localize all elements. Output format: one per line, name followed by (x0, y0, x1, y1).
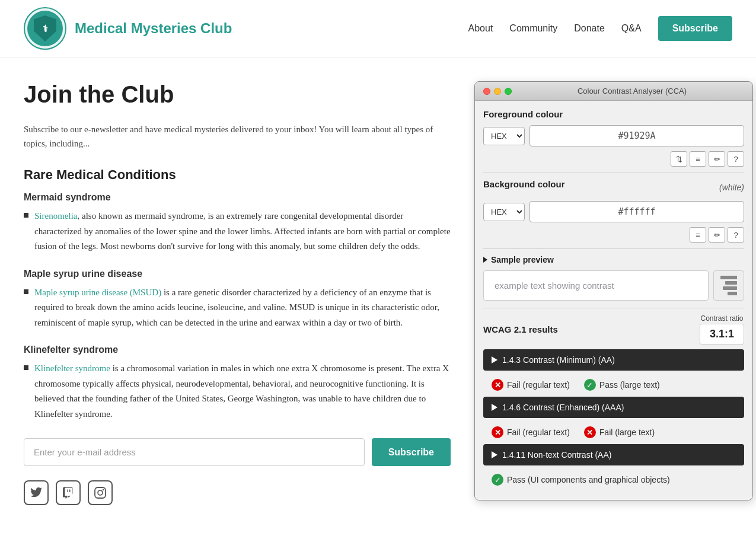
condition-title-klinefelter: Klinefelter syndrome (24, 345, 451, 355)
pass-icon: ✓ (584, 379, 596, 391)
klinefelter-link[interactable]: Klinefelter syndrome (34, 363, 110, 373)
preview-triangle-icon (483, 257, 487, 263)
instagram-icon[interactable] (88, 480, 113, 505)
criterion-143-label: 1.4.3 Contrast (Minimum) (AA) (502, 355, 615, 365)
eyedropper-bg-icon[interactable]: ✏ (709, 227, 725, 243)
help-bg-icon[interactable]: ? (728, 227, 744, 243)
bullet-icon (24, 365, 28, 370)
main-nav: About Community Donate Q&A Subscribe (468, 16, 732, 41)
play-icon (492, 356, 497, 363)
divider-3 (483, 308, 744, 308)
foreground-label: Foreground colour (483, 109, 744, 119)
foreground-row: HEX (483, 125, 744, 146)
criterion-14111-label: 1.4.11 Non-text Contrast (AA) (502, 450, 611, 460)
titlebar-dots (483, 88, 512, 95)
subscribe-form: Subscribe (24, 438, 451, 466)
svg-rect-1 (69, 490, 71, 493)
minimize-dot[interactable] (494, 88, 501, 95)
condition-title-msud: Maple syrup urine disease (24, 269, 451, 279)
logo-inner: ⚕ (27, 11, 63, 46)
swap-icon[interactable]: ⇅ (671, 151, 687, 167)
wcag-title: WCAG 2.1 results (483, 324, 558, 334)
msud-link[interactable]: Maple syrup urine disease (MSUD) (34, 288, 161, 297)
background-hex-input[interactable] (529, 201, 744, 222)
criterion-143[interactable]: 1.4.3 Contrast (Minimum) (AA) (483, 349, 744, 371)
nav-community[interactable]: Community (509, 23, 557, 34)
background-format-select[interactable]: HEX (483, 203, 525, 221)
cca-tool: Colour Contrast Analyser (CCA) Foregroun… (474, 81, 753, 500)
page-title: Join the Club (24, 81, 451, 108)
contrast-ratio-value: 3.1:1 (700, 324, 744, 345)
condition-text-msud: Maple syrup urine disease (MSUD) is a ra… (34, 285, 451, 331)
result-text: Pass (large text) (599, 380, 660, 390)
foreground-format-select[interactable]: HEX (483, 127, 525, 145)
play-icon (492, 404, 497, 411)
background-tools: ≡ ✏ ? (483, 227, 744, 243)
result-item: ✕ Fail (regular text) (492, 426, 570, 438)
condition-list-mermaid: Sirenomelia, also known as mermaid syndr… (24, 209, 451, 254)
preview-box: example text showing contrast (483, 270, 744, 301)
main-content: Join the Club Subscribe to our e-newslet… (0, 58, 756, 529)
fail-icon: ✕ (492, 426, 503, 438)
foreground-hex-input[interactable] (529, 125, 744, 146)
twitch-icon[interactable] (56, 480, 81, 505)
fail-icon: ✕ (584, 426, 596, 438)
criterion-143-results: ✕ Fail (regular text) ✓ Pass (large text… (483, 374, 744, 397)
background-row: HEX (483, 201, 744, 222)
background-white-label: (white) (719, 183, 744, 192)
header-subscribe-button[interactable]: Subscribe (658, 16, 732, 41)
email-field[interactable] (24, 438, 365, 466)
svg-point-4 (103, 489, 104, 490)
bullet-icon (24, 213, 28, 218)
eyedropper-fg-icon[interactable]: ✏ (709, 151, 725, 167)
sliders-icon[interactable]: ≡ (690, 151, 706, 167)
wcag-results-header: WCAG 2.1 results Contrast ratio 3.1:1 (483, 314, 744, 345)
condition-title-mermaid: Mermaid syndrome (24, 192, 451, 203)
criterion-146-label: 1.4.6 Contrast (Enhanced) (AAA) (502, 403, 624, 412)
result-item: ✕ Fail (regular text) (492, 379, 570, 391)
sliders-bg-icon[interactable]: ≡ (690, 227, 706, 243)
fail-icon: ✕ (492, 379, 503, 391)
divider-2 (483, 248, 744, 249)
form-subscribe-button[interactable]: Subscribe (372, 438, 451, 466)
result-text: Pass (UI components and graphical object… (507, 475, 670, 484)
rare-conditions-heading: Rare Medical Conditions (24, 167, 451, 183)
pass-icon: ✓ (492, 474, 503, 486)
brand: ⚕ Medical Mysteries Club (24, 7, 232, 50)
criterion-14111[interactable]: 1.4.11 Non-text Contrast (AA) (483, 444, 744, 465)
nav-about[interactable]: About (468, 23, 493, 34)
svg-point-3 (98, 490, 103, 495)
foreground-tools: ⇅ ≡ ✏ ? (483, 151, 744, 167)
background-header: Background colour (white) (483, 179, 744, 195)
condition-list-klinefelter: Klinefelter syndrome is a chromosomal va… (24, 361, 451, 422)
right-column: Colour Contrast Analyser (CCA) Foregroun… (474, 81, 732, 505)
cca-titlebar: Colour Contrast Analyser (CCA) (475, 82, 752, 101)
criterion-146[interactable]: 1.4.6 Contrast (Enhanced) (AAA) (483, 397, 744, 418)
result-text: Fail (large text) (599, 428, 655, 437)
condition-list-msud: Maple syrup urine disease (MSUD) is a ra… (24, 285, 451, 331)
sample-preview-label: Sample preview (491, 255, 554, 264)
close-dot[interactable] (483, 88, 490, 95)
preview-text: example text showing contrast (483, 270, 709, 301)
bullet-icon (24, 289, 28, 294)
sirenomelia-link[interactable]: Sirenomelia (34, 211, 77, 221)
result-item: ✓ Pass (UI components and graphical obje… (492, 474, 670, 486)
maximize-dot[interactable] (505, 88, 512, 95)
cca-body: Foreground colour HEX ⇅ ≡ ✏ ? Background (475, 101, 752, 500)
svg-rect-2 (95, 487, 106, 498)
logo: ⚕ (24, 7, 66, 50)
nav-qanda[interactable]: Q&A (621, 23, 642, 34)
nav-donate[interactable]: Donate (574, 23, 605, 34)
play-icon (492, 451, 497, 458)
result-text: Fail (regular text) (507, 380, 570, 390)
header: ⚕ Medical Mysteries Club About Community… (0, 0, 756, 58)
background-label: Background colour (483, 179, 565, 189)
twitter-icon[interactable] (24, 480, 49, 505)
help-fg-icon[interactable]: ? (728, 151, 744, 167)
condition-text-mermaid: Sirenomelia, also known as mermaid syndr… (34, 209, 451, 254)
divider-1 (483, 173, 744, 173)
page-intro: Subscribe to our e-newsletter and have m… (24, 122, 451, 151)
cca-title: Colour Contrast Analyser (CCA) (520, 87, 744, 95)
condition-mermaid: Mermaid syndrome Sirenomelia, also known… (24, 192, 451, 254)
shield-icon: ⚕ (34, 15, 56, 42)
